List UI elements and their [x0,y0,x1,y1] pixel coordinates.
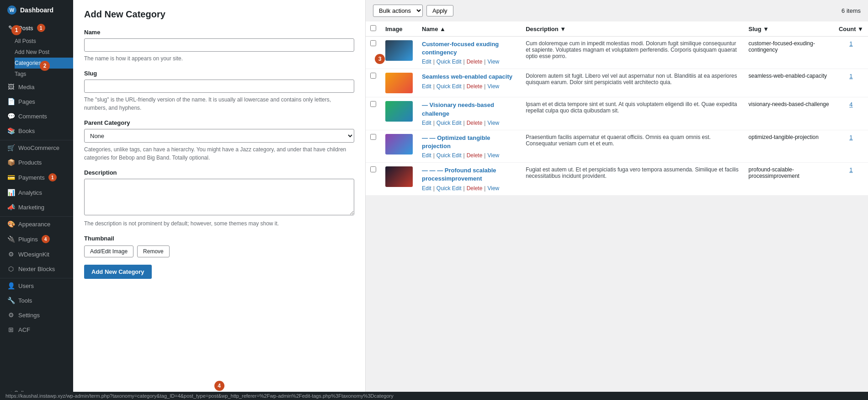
header-count[interactable]: Count ▼ [834,21,868,37]
add-new-post-label: Add New Post [15,49,49,55]
action-view[interactable]: View [487,185,499,192]
books-label: Books [18,128,35,134]
sidebar-item-tools[interactable]: 🔧 Tools [0,293,73,308]
name-input[interactable] [84,38,354,52]
sidebar-item-media[interactable]: 🖼 Media [0,80,73,94]
sidebar-item-add-new-post[interactable]: Add New Post [15,47,73,58]
row-count-cell: 1 [834,69,868,97]
category-count[interactable]: 4 [849,101,852,108]
sidebar-item-all-posts[interactable]: All Posts [15,36,73,47]
plugins-icon: 🔌 [7,235,15,243]
category-name-link[interactable]: Customer-focused exuding contingency [422,40,517,57]
row-count-cell: 1 [834,163,868,195]
slug-input[interactable] [84,80,354,93]
action-delete[interactable]: Delete [467,83,483,90]
row-name-cell: — — — Profound scalable processimproveme… [417,163,521,195]
parent-select[interactable]: None [84,129,354,143]
payments-badge: 1 [48,173,57,181]
action-edit[interactable]: Edit [422,59,431,65]
table-row: Customer-focused exuding contingency Edi… [366,37,868,69]
row-checkbox[interactable] [370,166,376,172]
sidebar-item-acf[interactable]: ⊞ ACF [0,322,73,337]
action-quick-edit[interactable]: Quick Edit [437,152,462,159]
sidebar-logo[interactable]: W Dashboard [0,0,73,20]
action-delete[interactable]: Delete [467,59,483,65]
action-edit[interactable]: Edit [422,152,431,159]
sidebar-item-users[interactable]: 👤 Users [0,278,73,293]
description-hint: The description is not prominent by defa… [84,219,354,228]
category-name-link[interactable]: — — — Profound scalable processimproveme… [422,166,517,183]
sidebar-item-wdesignkit[interactable]: ⚙ WDesignKit [0,247,73,261]
category-count[interactable]: 1 [849,73,852,80]
remove-image-button[interactable]: Remove [137,245,170,257]
row-checkbox[interactable] [370,101,376,107]
row-actions: Edit | Quick Edit | Delete | View [422,120,517,126]
action-view[interactable]: View [487,83,499,90]
action-delete[interactable]: Delete [467,185,483,192]
sidebar-item-payments[interactable]: 💳 Payments 1 [0,170,73,185]
header-slug[interactable]: Slug ▼ [744,21,834,37]
bulk-actions-select[interactable]: Bulk actions [373,5,423,17]
action-view[interactable]: View [487,59,499,65]
category-thumbnail [385,166,413,187]
row-checkbox-cell [366,130,381,162]
sidebar-item-products[interactable]: 📦 Products [0,155,73,170]
sidebar-item-analytics[interactable]: 📊 Analytics [0,185,73,200]
settings-label: Settings [18,312,40,319]
action-quick-edit[interactable]: Quick Edit [437,185,462,192]
acf-label: ACF [18,326,30,333]
row-count-cell: 1 [834,130,868,162]
category-name-link[interactable]: — Visionary needs-based challenge [422,101,517,117]
header-name[interactable]: Name ▲ [417,21,521,37]
sidebar-item-posts[interactable]: ✎ Posts 1 [0,20,73,36]
sidebar-item-marketing[interactable]: 📣 Marketing [0,200,73,214]
sidebar-item-nexter-blocks[interactable]: ⬡ Nexter Blocks [0,261,73,276]
description-textarea[interactable] [84,179,354,215]
action-edit[interactable]: Edit [422,83,431,90]
action-delete[interactable]: Delete [467,152,483,159]
step-badge-3: 3 [375,54,385,64]
sidebar-item-pages[interactable]: 📄 Pages [0,94,73,109]
category-thumbnail [385,134,413,155]
add-edit-image-button[interactable]: Add/Edit Image [84,245,133,257]
category-name-link[interactable]: Seamless web-enabled capacity [422,73,517,81]
category-name-link[interactable]: — — Optimized tangible projection [422,134,517,150]
row-actions: Edit | Quick Edit | Delete | View [422,152,517,159]
action-quick-edit[interactable]: Quick Edit [437,59,462,65]
name-label: Name [84,29,354,36]
slug-label: Slug [84,70,354,77]
row-checkbox-cell [366,97,381,130]
row-checkbox[interactable] [370,134,376,140]
action-quick-edit[interactable]: Quick Edit [437,83,462,90]
thumbnail-group: Thumbnail Add/Edit Image Remove [84,235,354,257]
sidebar-item-comments[interactable]: 💬 Comments [0,109,73,123]
row-checkbox[interactable] [370,40,376,46]
settings-icon: ⚙ [7,311,15,319]
sidebar-item-appearance[interactable]: 🎨 Appearance [0,217,73,231]
sidebar-item-woocommerce[interactable]: 🛒 WooCommerce [0,140,73,155]
action-view[interactable]: View [487,152,499,159]
action-view[interactable]: View [487,120,499,126]
header-description[interactable]: Description ▼ [521,21,744,37]
select-all-checkbox[interactable] [370,25,376,31]
category-count[interactable]: 1 [849,134,852,141]
tools-label: Tools [18,297,32,304]
action-delete[interactable]: Delete [467,120,483,126]
sidebar-item-settings[interactable]: ⚙ Settings [0,308,73,322]
row-actions: Edit | Quick Edit | Delete | View [422,83,517,90]
category-count[interactable]: 1 [849,166,852,173]
table-header: Image Name ▲ Description ▼ Slug ▼ Count … [366,21,868,37]
action-quick-edit[interactable]: Quick Edit [437,120,462,126]
sidebar-item-plugins[interactable]: 🔌 Plugins 4 [0,231,73,247]
row-checkbox[interactable] [370,73,376,79]
action-edit[interactable]: Edit [422,120,431,126]
action-edit[interactable]: Edit [422,185,431,192]
submit-button[interactable]: Add New Category [84,265,152,279]
apply-button[interactable]: Apply [426,5,453,16]
sidebar-item-books[interactable]: 📚 Books [0,123,73,138]
category-count[interactable]: 1 [849,40,852,47]
row-checkbox-cell [366,163,381,195]
category-thumbnail [385,73,413,93]
action-separator: | [484,120,485,126]
status-url: https://kaushal.instawp.xyz/wp-admin/ter… [5,393,394,399]
